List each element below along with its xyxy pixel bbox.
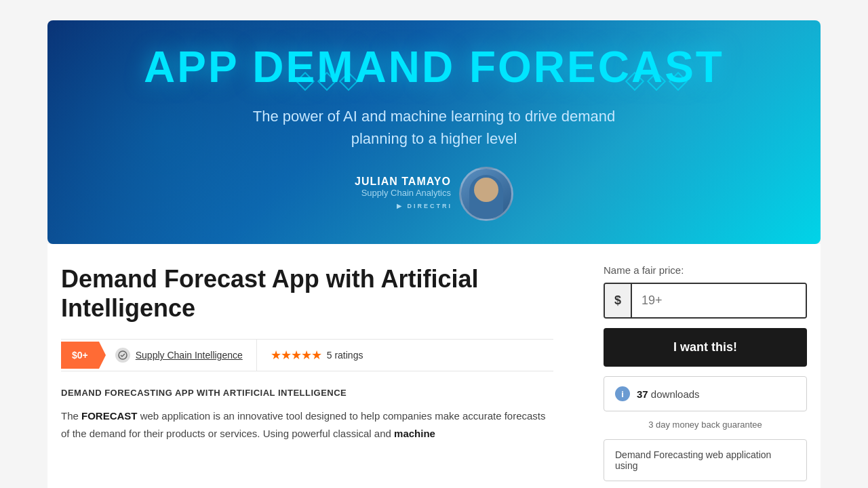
content-area: Demand Forecast App with Artificial Inte…: [47, 244, 574, 455]
hero-logo: ▶ DIRECTRIX: [355, 201, 451, 211]
avatar-head: [474, 178, 498, 202]
currency-symbol: $: [605, 284, 632, 317]
hero-title: APP DEMAND FORECAST: [75, 43, 793, 91]
hero-content: APP DEMAND FORECAST The power of AI and …: [47, 43, 821, 220]
downloads-badge: i 37 downloads: [604, 376, 807, 411]
hero-author: JULIAN TAMAYO Supply Chain Analytics ▶ D…: [355, 167, 513, 221]
downloads-count: 37: [637, 388, 648, 400]
price-tag: $0+: [61, 342, 99, 369]
ratings-count: 5 ratings: [327, 350, 363, 361]
info-icon: i: [615, 386, 630, 401]
category-label: Supply Chain Intelligence: [136, 350, 243, 361]
category-link[interactable]: Supply Chain Intelligence: [99, 340, 257, 371]
main-layout: Demand Forecast App with Artificial Inte…: [47, 244, 821, 488]
hero-author-name: JULIAN TAMAYO: [355, 176, 451, 188]
avatar-figure: [469, 175, 503, 219]
guarantee-text: 3 day money back guarantee: [604, 420, 807, 430]
svg-text:▶ DIRECTRIX: ▶ DIRECTRIX: [397, 203, 451, 209]
sidebar-area: Name a fair price: $ I want this! i 37 d…: [590, 244, 821, 488]
stars-icon: ★★★★★: [271, 348, 321, 363]
price-label: Name a fair price:: [604, 264, 807, 276]
hero-author-title: Supply Chain Analytics: [355, 188, 451, 198]
description-section: DEMAND FORECASTING APP WITH ARTIFICIAL I…: [61, 371, 553, 442]
hero-banner: APP DEMAND FORECAST The power of AI and …: [47, 20, 821, 244]
hero-subtitle: The power of AI and machine learning to …: [75, 105, 793, 150]
price-input[interactable]: [632, 284, 807, 317]
description-heading: DEMAND FORECASTING APP WITH ARTIFICIAL I…: [61, 388, 553, 398]
hero-author-info: JULIAN TAMAYO Supply Chain Analytics ▶ D…: [355, 176, 451, 211]
price-tag-notch: [99, 342, 106, 369]
price-input-wrap: $: [604, 283, 807, 319]
category-icon: [115, 348, 130, 363]
meta-bar: $0+ Supply Chain Intelligence ★★★★★ 5 ra…: [61, 339, 553, 371]
price-tag-label: $0+: [72, 350, 88, 361]
avatar: [459, 167, 513, 221]
page-wrapper: APP DEMAND FORECAST The power of AI and …: [0, 0, 868, 488]
description-body: The FORECAST web application is an innov…: [61, 407, 553, 442]
product-title: Demand Forecast App with Artificial Inte…: [61, 264, 553, 323]
buy-button[interactable]: I want this!: [604, 328, 807, 367]
ratings-section: ★★★★★ 5 ratings: [257, 340, 377, 371]
downloads-label: downloads: [651, 388, 700, 400]
feature-box: Demand Forecasting web application using: [604, 439, 807, 481]
